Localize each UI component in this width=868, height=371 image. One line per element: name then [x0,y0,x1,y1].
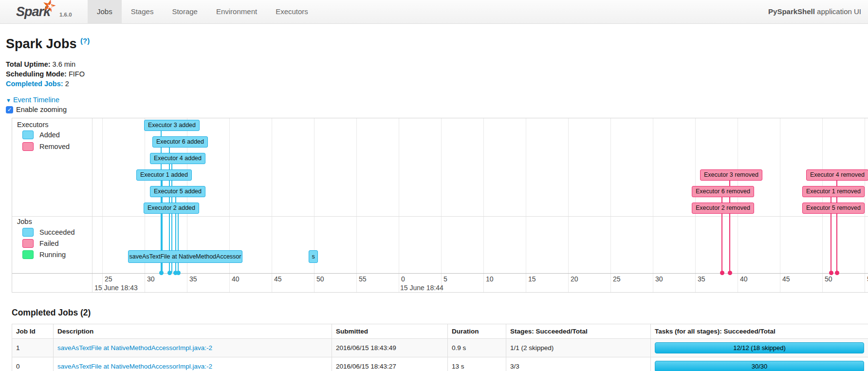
event-timeline-chart[interactable]: 2530354045505505101520253035404550515 Ju… [12,118,868,293]
axis-tick-label: 35 [189,275,197,283]
jobs-legend-item: Running [22,250,66,259]
executor-added-event[interactable]: Executor 6 added [152,136,208,148]
executor-added-event[interactable]: Executor 4 added [150,153,205,164]
timeline-gridline [102,118,103,292]
jobs-legend-title: Jobs [17,218,32,225]
tab-executors[interactable]: Executors [266,0,317,23]
executors-legend-item: Removed [22,142,70,151]
axis-tick-label: 30 [655,275,663,283]
executor-added-event[interactable]: Executor 3 added [144,120,200,131]
axis-tick-label: 5 [443,275,447,283]
axis-tick-label: 25 [105,275,112,283]
executors-legend-title: Executors [17,121,48,129]
axis-date-label: 15 June 18:44 [400,284,443,292]
executor-removed-event[interactable]: Executor 3 removed [700,169,762,181]
event-line [721,213,722,273]
executor-removed-event[interactable]: Executor 2 removed [692,203,754,214]
legend-swatch-failed-icon [22,239,34,248]
executor-removed-event[interactable]: Executor 5 removed [802,203,865,214]
tasks-cell: 30/30 [651,357,868,371]
event-dot [720,271,724,275]
event-line [831,213,831,273]
enable-zooming-row: ✓ Enable zooming [6,106,868,113]
table-row: 0saveAsTextFile at NativeMethodAccessorI… [12,357,868,371]
axis-tick-label: 10 [486,275,494,283]
column-header: Duration [448,324,506,339]
tab-jobs[interactable]: Jobs [88,0,122,23]
timeline-gridline [229,118,230,292]
collapse-arrow-icon: ▼ [6,97,11,103]
timeline-gridline [653,118,653,292]
top-navbar: Spark ★ ★ 1.6.0 JobsStagesStorageEnviron… [0,0,868,24]
timeline-gridline [272,118,272,292]
event-line [178,213,179,273]
axis-tick-label: 15 [528,275,536,283]
event-timeline-label: Event Timeline [13,96,59,104]
axis-tick-label: 35 [698,275,705,283]
executor-added-event[interactable]: Executor 1 added [136,169,192,181]
executors-legend-item: Added [22,130,60,139]
axis-tick-label: 50 [316,275,324,283]
event-dot [829,271,833,275]
event-timeline-toggle[interactable]: ▼Event Timeline [6,96,868,104]
job-description-link[interactable]: saveAsTextFile at NativeMethodAccessorIm… [57,363,212,370]
executor-removed-event[interactable]: Executor 1 removed [802,186,865,197]
column-header: Job Id [12,324,54,339]
column-header: Stages: Succeeded/Total [506,324,651,339]
legend-separator [92,118,92,292]
event-dot [159,271,164,275]
timeline-gridline [399,118,399,292]
axis-tick-label: 25 [613,275,621,283]
axis-tick-label: 45 [782,275,790,283]
summary-label: Total Uptime: [6,60,51,68]
tab-storage[interactable]: Storage [163,0,207,23]
executor-removed-event[interactable]: Executor 4 removed [806,169,868,181]
tasks-progress-bar: 30/30 [655,361,864,371]
table-row: 1saveAsTextFile at NativeMethodAccessorI… [12,339,868,357]
summary-line: Completed Jobs: 2 [6,79,868,89]
tab-environment[interactable]: Environment [207,0,266,23]
job-bar[interactable]: s [309,250,318,263]
summary-line: Total Uptime: 3.6 min [6,59,868,69]
enable-zooming-checkbox[interactable]: ✓ [6,106,13,113]
job-bar[interactable]: saveAsTextFile at NativeMethodAccessor [128,250,242,263]
help-link[interactable]: (?) [80,37,90,45]
table-header-row: Job IdDescriptionSubmittedDurationStages… [12,324,868,339]
executor-added-event[interactable]: Executor 2 added [144,203,199,214]
page-title: Spark Jobs (?) [6,37,868,52]
completed-jobs-table: Job IdDescriptionSubmittedDurationStages… [12,324,868,371]
duration-cell: 13 s [448,357,506,371]
tasks-cell: 12/12 (18 skipped) [651,339,868,357]
legend-label: Failed [39,240,59,247]
column-header: Submitted [332,324,448,339]
application-name: PySparkShell application UI [768,0,868,23]
legend-swatch-added-icon [22,130,34,139]
tab-stages[interactable]: Stages [122,0,163,23]
spark-logo: Spark ★ ★ 1.6.0 [0,0,88,23]
summary-info: Total Uptime: 3.6 minScheduling Mode: FI… [6,59,868,89]
submitted-cell: 2016/06/15 18:43:27 [332,357,448,371]
axis-tick-label: 50 [825,275,832,283]
executor-removed-event[interactable]: Executor 6 removed [692,186,754,197]
sections-divider [12,216,868,217]
legend-swatch-running-icon [22,250,34,259]
enable-zooming-label: Enable zooming [16,106,67,113]
job-description-link[interactable]: saveAsTextFile at NativeMethodAccessorIm… [57,344,212,352]
timeline-gridline [780,118,780,292]
timeline-gridline [865,118,865,292]
spark-version: 1.6.0 [59,12,72,18]
axis-date-label: 15 June 18:43 [94,284,138,292]
event-dot [176,271,181,275]
executor-added-event[interactable]: Executor 5 added [150,186,205,197]
legend-label: Succeeded [39,228,75,236]
application-name-suffix: application UI [815,7,861,16]
axis-tick-label: 55 [359,275,367,283]
axis-tick-label: 45 [274,275,282,283]
column-header: Tasks (for all stages): Succeeded/Total [651,324,868,339]
jobs-legend-item: Failed [22,239,59,248]
timeline-gridline [314,118,314,292]
description-cell: saveAsTextFile at NativeMethodAccessorIm… [54,357,332,371]
timeline-gridline [568,118,569,292]
summary-label[interactable]: Completed Jobs: [6,80,63,88]
tasks-progress-bar: 12/12 (18 skipped) [655,342,864,353]
